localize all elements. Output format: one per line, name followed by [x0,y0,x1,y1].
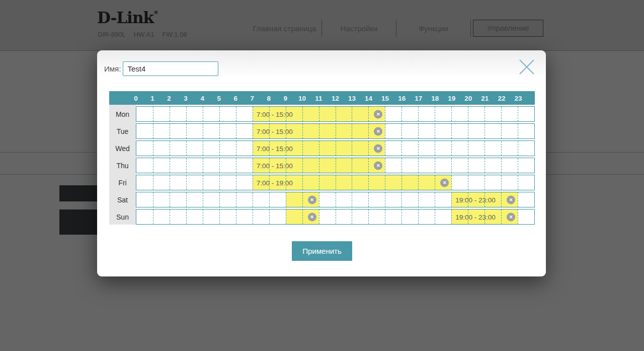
hour-gridline [203,107,203,121]
hour-gridline [286,141,286,156]
schedule-track-wed[interactable]: 7:00 - 15:00✕ [136,141,535,156]
hour-gridline [336,158,336,173]
hour-gridline [518,141,518,156]
block-time-label: 19:00 - 23:00 [455,196,496,203]
hour-gridline [368,175,369,190]
delete-block-icon[interactable]: ✕ [374,161,382,170]
schedule-name-input[interactable] [123,61,218,76]
block-time-label: 7:00 - 15:00 [257,162,293,169]
block-time-label: 7:00 - 15:00 [257,145,293,152]
hour-gridline [352,124,352,138]
hour-gridline [385,124,385,138]
hour-gridline [319,175,319,190]
hour-gridline [302,192,303,207]
close-icon[interactable] [517,57,537,78]
hour-label: 3 [184,94,188,102]
hour-gridline [501,175,502,190]
hour-gridline [170,192,170,207]
hour-gridline [319,158,319,173]
hour-label: 0 [134,94,138,102]
hour-gridline [451,209,452,224]
hour-gridline [336,124,336,138]
hour-gridline [468,124,468,138]
hour-gridline [153,124,153,138]
hour-gridline [451,107,452,121]
hour-gridline [518,158,518,173]
hour-gridline [302,124,303,138]
hour-gridline [186,107,187,121]
hour-gridline [203,124,203,138]
delete-block-icon[interactable]: ✕ [374,110,382,118]
hour-gridline [501,124,502,138]
hour-label: 16 [398,94,406,102]
hour-label: 18 [431,94,439,102]
schedule-editor-modal: Имя: 01234567891011121314151617181920212… [97,50,546,276]
hour-label: 6 [233,94,237,102]
hour-gridline [352,141,352,156]
hour-gridline [186,124,187,138]
schedule-track-sun[interactable]: ✕19:00 - 23:00✕ [136,209,535,225]
schedule-track-mon[interactable]: 7:00 - 15:00✕ [136,106,535,122]
hour-label: 1 [150,94,154,102]
hour-gridline [435,192,435,207]
schedule-row-fri: Fri7:00 - 19:00✕ [109,175,535,190]
day-label: Thu [109,158,136,173]
hour-gridline [170,209,170,224]
name-field-row: Имя: [104,61,218,76]
hour-gridline [302,175,303,190]
delete-block-icon[interactable]: ✕ [374,144,382,153]
hour-gridline [385,209,385,224]
hour-gridline [253,158,253,173]
hour-gridline [186,158,187,173]
schedule-row-tue: Tue7:00 - 15:00✕ [109,123,535,139]
hour-label: 17 [415,94,422,102]
hour-gridline [336,175,336,190]
block-time-label: 7:00 - 15:00 [257,127,293,135]
day-label: Tue [109,123,136,139]
hour-gridline [451,158,452,173]
hour-gridline [253,209,253,224]
hour-gridline [170,107,170,121]
schedule-track-thu[interactable]: 7:00 - 15:00✕ [136,158,535,173]
hour-gridline [219,209,220,224]
hour-gridline [468,141,468,156]
hour-label: 9 [284,94,288,102]
hour-gridline [170,124,170,138]
hour-gridline [286,124,286,138]
schedule-track-sat[interactable]: ✕19:00 - 23:00✕ [136,192,535,207]
hour-gridline [253,124,253,138]
hour-gridline [219,158,220,173]
schedule-track-fri[interactable]: 7:00 - 19:00✕ [136,175,535,190]
hour-gridline [501,209,502,224]
hour-gridline [485,209,485,224]
hour-gridline [485,175,485,190]
hour-gridline [186,175,187,190]
delete-block-icon[interactable]: ✕ [374,127,382,135]
hour-label: 7 [251,94,255,102]
hour-gridline [401,141,402,156]
hour-gridline [319,124,319,138]
schedule-track-tue[interactable]: 7:00 - 15:00✕ [136,123,535,139]
hour-gridline [219,107,220,121]
hour-gridline [451,141,452,156]
apply-button[interactable]: Применить [292,241,352,261]
delete-block-icon[interactable]: ✕ [507,195,515,204]
hour-gridline [219,124,220,138]
hour-gridline [485,124,485,138]
hour-gridline [153,192,153,207]
hour-gridline [435,107,435,121]
hour-gridline [203,209,203,224]
delete-block-icon[interactable]: ✕ [440,178,449,187]
hour-gridline [385,107,385,121]
hour-gridline [368,107,369,121]
hour-gridline [219,141,220,156]
hour-label: 4 [200,94,204,102]
hour-gridline [269,124,270,138]
hour-gridline [269,192,270,207]
delete-block-icon[interactable]: ✕ [507,213,515,221]
hour-gridline [153,141,153,156]
hour-gridline [468,158,468,173]
delete-block-icon[interactable]: ✕ [308,195,316,204]
hour-gridline [269,175,270,190]
delete-block-icon[interactable]: ✕ [308,213,316,221]
